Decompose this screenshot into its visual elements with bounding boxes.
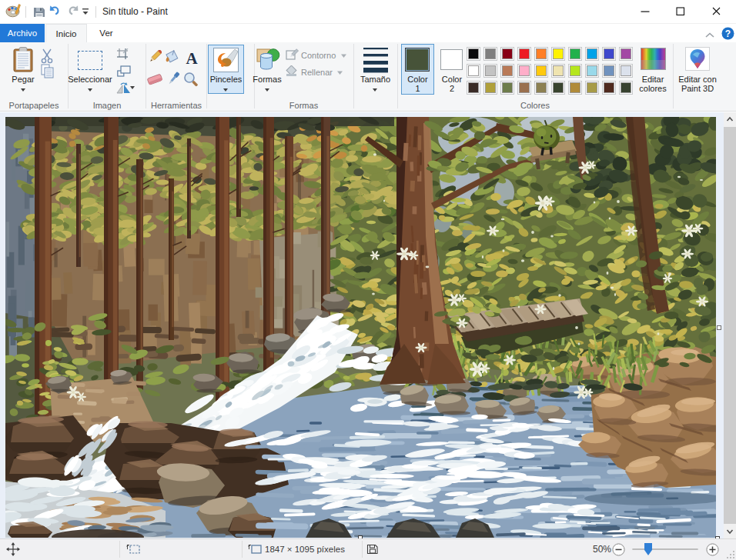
svg-text:?: ? — [725, 28, 731, 39]
